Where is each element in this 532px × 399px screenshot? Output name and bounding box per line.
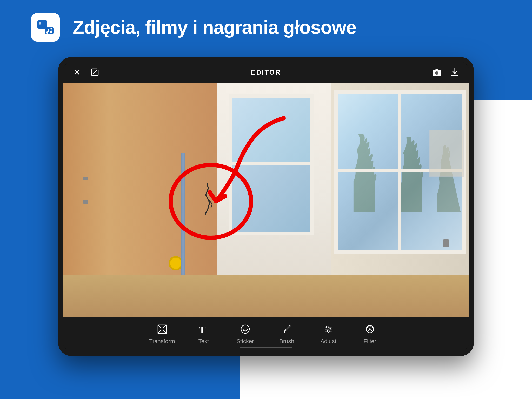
toolbar-text[interactable]: T Text [183,321,224,347]
tablet-device: ✕ EDITOR [58,57,474,356]
svg-point-20 [326,326,328,328]
toolbar-transform[interactable]: Transform [141,321,183,347]
app-icon [31,13,60,42]
editor-topbar: ✕ EDITOR [63,62,469,83]
download-button[interactable] [451,68,459,77]
editor-toolbar: Transform T Text [63,317,469,351]
editor-title-label: EDITOR [251,68,281,76]
adjust-label: Adjust [320,338,336,345]
outlet-2 [83,200,88,204]
toolbar-adjust[interactable]: Adjust [308,321,349,347]
outlet-right [443,239,449,247]
photo-area [63,83,469,317]
brush-label: Brush [279,338,294,345]
header: Zdjęcia, filmy i nagrania głosowe [0,0,532,55]
floor [63,275,469,317]
svg-text:T: T [199,324,206,334]
edit-button[interactable] [91,68,99,76]
sticker-label: Sticker [236,338,254,345]
filter-icon [365,324,375,336]
svg-point-24 [369,328,371,330]
svg-point-22 [327,330,329,332]
transform-label: Transform [149,338,175,345]
camera-button[interactable] [432,68,442,76]
adjust-icon [323,324,334,336]
toolbar-brush[interactable]: Brush [266,321,308,347]
topbar-right [432,68,459,77]
svg-point-21 [329,328,331,330]
svg-point-11 [436,72,438,74]
tablet-screen: ✕ EDITOR [63,62,469,351]
header-title: Zdjęcia, filmy i nagrania głosowe [73,17,356,38]
text-label: Text [198,338,209,345]
topbar-left: ✕ [73,67,99,77]
pipe [181,153,185,294]
brush-icon [282,324,292,336]
home-indicator [240,347,292,348]
outlet-1 [83,177,88,180]
transform-icon [157,324,167,336]
photo-background [63,83,469,317]
toolbar-filter[interactable]: Filter [349,321,391,347]
svg-rect-12 [451,75,458,76]
svg-point-16 [241,325,249,333]
tablet-container: ✕ EDITOR [58,57,474,356]
text-icon: T [199,324,209,336]
toolbar-sticker[interactable]: Sticker [224,321,266,347]
close-button[interactable]: ✕ [73,67,81,77]
filter-label: Filter [364,338,376,345]
sticker-icon [240,324,250,336]
